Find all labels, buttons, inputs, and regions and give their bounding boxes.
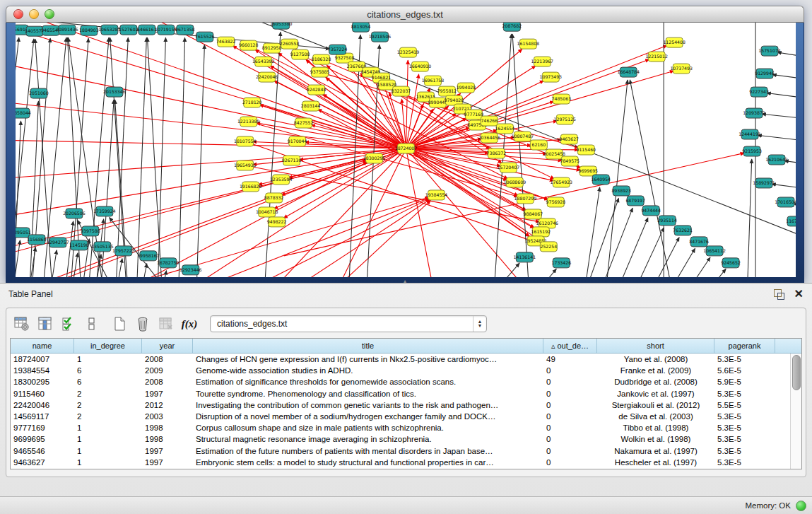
graph-node[interactable]: 9215953 [742, 146, 762, 156]
graph-node[interactable]: 15720407 [498, 163, 520, 173]
graph-node[interactable]: 2935114 [657, 216, 677, 226]
graph-node[interactable]: 14136141 [514, 252, 536, 262]
graph-node[interactable]: 20153346 [103, 87, 126, 97]
graph-node[interactable]: 8813054 [351, 23, 371, 32]
table-row[interactable]: 1872400712008Changes of HCN gene express… [11, 354, 801, 365]
table-row[interactable]: 1830029562008Estimation of significance … [11, 376, 801, 387]
graph-node[interactable]: 15751074 [758, 46, 781, 56]
graph-node[interactable]: 10046718 [256, 207, 278, 217]
graph-node[interactable]: 746266 [481, 116, 498, 126]
graph-node[interactable]: 9660128 [239, 40, 259, 50]
graph-node[interactable]: 12325419 [397, 47, 420, 57]
graph-node[interactable]: 19218506 [369, 32, 392, 42]
graph-node[interactable]: 22420046 [256, 72, 278, 82]
graph-node[interactable]: 12093872 [743, 108, 765, 118]
graph-node[interactable]: 1624554 [495, 124, 515, 134]
table-row[interactable]: 977716911998Corpus callosum shape and si… [11, 422, 801, 433]
graph-node[interactable]: 9115460 [576, 145, 596, 155]
close-panel-icon[interactable]: ✕ [794, 289, 804, 299]
graph-node[interactable]: 1527602 [119, 25, 139, 35]
graph-node[interactable]: 16210643 [765, 155, 788, 165]
graph-node[interactable]: 15892971 [753, 178, 775, 188]
graph-node[interactable]: 9463627 [560, 134, 579, 144]
graph-node[interactable]: 62160 [530, 140, 547, 150]
graph-node[interactable]: 20891436 [56, 25, 78, 35]
table-row[interactable]: 969969511998Structural magnetic resonanc… [11, 433, 801, 445]
graph-node[interactable]: 8322037 [392, 86, 411, 96]
graph-node[interactable]: 2087682 [502, 23, 522, 31]
graph-node[interactable]: 9884067 [524, 209, 543, 219]
delete-table-button[interactable] [158, 315, 175, 332]
graph-node[interactable]: 16053380 [270, 23, 293, 29]
new-column-button[interactable] [111, 315, 128, 332]
table-row[interactable]: 1456911722003Disruption of a novel membe… [11, 411, 801, 422]
graph-node[interactable]: 10719155 [155, 25, 177, 35]
graph-node[interactable]: 12923446 [180, 265, 202, 275]
table-vertical-scrollbar[interactable] [790, 354, 801, 469]
function-builder-button[interactable]: f(x) [181, 315, 198, 332]
graph-node[interactable]: 8878332 [264, 193, 284, 203]
graph-node[interactable]: 1615192 [531, 227, 551, 237]
graph-node[interactable]: 7485063 [552, 94, 572, 104]
graph-node[interactable]: 18107554 [234, 136, 257, 146]
graph-node[interactable]: 10973493 [540, 72, 563, 82]
graph-node[interactable]: 8186328 [312, 54, 331, 64]
graph-node[interactable]: 16961758 [422, 76, 445, 86]
graph-node[interactable]: 9242848 [307, 85, 326, 95]
table-select-dropdown[interactable]: citations_edges.txt ▲▼ [210, 315, 487, 332]
graph-node[interactable]: 12975125 [554, 115, 577, 124]
graph-node[interactable]: 16640910 [409, 62, 432, 71]
graph-node[interactable]: 9227343 [749, 87, 769, 97]
graph-node[interactable]: 7615526 [195, 32, 215, 42]
graph-node[interactable]: 9671358 [175, 25, 195, 35]
graph-node[interactable]: 7463822 [216, 37, 236, 47]
graph-node[interactable]: 13505135 [91, 242, 114, 252]
graph-node[interactable]: 12353594 [270, 175, 293, 185]
graph-node[interactable]: 17359924 [93, 206, 116, 216]
graph-node[interactable]: 9170044 [288, 136, 307, 146]
graph-node[interactable]: 12942757 [47, 238, 69, 247]
graph-node[interactable]: 9474444 [641, 206, 661, 216]
select-all-button[interactable] [60, 315, 77, 332]
column-header-out_de[interactable]: ▵ out_de… [543, 339, 597, 353]
graph-node[interactable]: 1884903 [79, 25, 99, 35]
column-header-pagerank[interactable]: pagerank [714, 339, 775, 353]
graph-node[interactable]: 1167533 [786, 216, 796, 226]
graph-node[interactable]: 17654923 [551, 177, 573, 187]
table-row[interactable]: 1938455462009Genome-wide association stu… [11, 365, 801, 376]
graph-node[interactable]: 17957223 [112, 246, 135, 256]
graph-node[interactable]: 7386372 [487, 148, 507, 158]
table-row[interactable]: 911546021997Tourette syndrome. Phenomeno… [11, 388, 801, 399]
graph-node[interactable]: 18807299 [514, 194, 537, 204]
graph-node[interactable]: 10807487 [512, 132, 534, 141]
graph-node[interactable]: 19654935 [234, 160, 257, 170]
graph-node[interactable]: 10688609 [504, 177, 526, 187]
graph-node[interactable]: 8471676 [689, 237, 709, 247]
delete-column-button[interactable] [134, 315, 151, 332]
graph-node[interactable]: 12213967 [531, 57, 554, 66]
table-row[interactable]: 946554611997Estimation of the future num… [11, 445, 801, 457]
graph-node[interactable]: 7632621 [673, 226, 693, 235]
graph-node[interactable]: 10654112 [703, 246, 726, 256]
graph-node[interactable]: 7955812 [437, 86, 457, 96]
graph-node[interactable]: 11254408 [663, 37, 686, 47]
graph-node[interactable]: 2803144 [301, 101, 321, 111]
float-panel-icon[interactable] [774, 289, 784, 300]
graph-node[interactable]: 9756928 [546, 197, 566, 207]
graph-node[interactable]: 9397588 [81, 226, 100, 236]
graph-node[interactable]: 8938923 [611, 186, 631, 196]
graph-node[interactable]: 9498222 [267, 217, 287, 227]
scrollbar-thumb[interactable] [792, 355, 801, 390]
graph-node[interactable]: 6466161 [137, 25, 157, 35]
graph-node[interactable]: 7357224 [328, 45, 348, 54]
graph-node[interactable]: 19384554 [425, 190, 448, 200]
graph-node[interactable]: 9127508 [290, 49, 310, 59]
graph-node[interactable]: 12213389 [237, 117, 260, 127]
splitter-handle-icon[interactable]: ▴ [404, 278, 406, 284]
graph-node[interactable]: 12444191 [739, 129, 761, 139]
column-header-year[interactable]: year [142, 339, 193, 353]
graph-node[interactable]: 10737493 [670, 64, 693, 74]
graph-node[interactable]: 2260558 [280, 39, 300, 49]
graph-node[interactable]: 16648784 [617, 67, 640, 77]
graph-node[interactable]: 1156869 [27, 235, 47, 245]
